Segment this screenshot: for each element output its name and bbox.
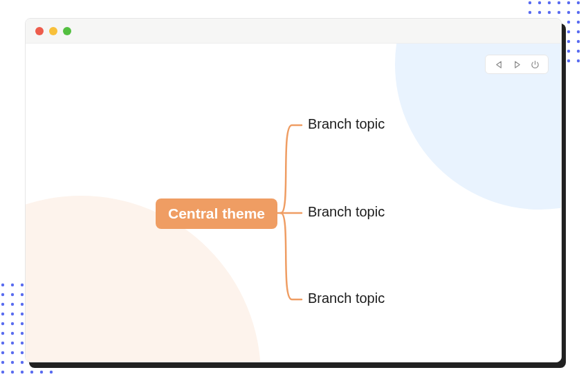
- prev-button[interactable]: [494, 59, 504, 69]
- svg-point-41: [577, 59, 580, 62]
- svg-point-17: [577, 21, 580, 24]
- svg-point-80: [21, 342, 24, 344]
- svg-point-101: [50, 371, 53, 373]
- svg-point-68: [21, 322, 24, 325]
- svg-point-79: [11, 342, 14, 344]
- svg-point-28: [567, 40, 570, 43]
- svg-point-10: [567, 11, 570, 14]
- svg-point-34: [567, 50, 570, 53]
- triangle-left-icon: [495, 61, 503, 68]
- playback-toolbar: [485, 55, 549, 74]
- svg-point-98: [21, 371, 24, 373]
- branch-topic-node[interactable]: Branch topic: [308, 290, 385, 306]
- svg-point-40: [567, 59, 570, 62]
- svg-point-78: [1, 342, 4, 344]
- svg-point-22: [567, 30, 570, 33]
- svg-point-90: [1, 361, 4, 364]
- svg-point-43: [11, 284, 14, 286]
- window-maximize-button[interactable]: [63, 27, 71, 35]
- svg-point-61: [11, 313, 14, 315]
- svg-point-5: [577, 1, 580, 4]
- power-button[interactable]: [530, 59, 540, 69]
- svg-point-42: [1, 284, 4, 286]
- svg-point-11: [577, 11, 580, 14]
- svg-point-2: [548, 1, 551, 4]
- svg-point-100: [40, 371, 43, 373]
- window-minimize-button[interactable]: [49, 27, 57, 35]
- svg-point-99: [30, 371, 33, 373]
- svg-point-97: [11, 371, 14, 373]
- svg-point-50: [21, 293, 24, 296]
- mindmap-diagram: Central theme Branch topic Branch topic …: [26, 44, 561, 362]
- svg-point-4: [567, 1, 570, 4]
- svg-point-85: [11, 351, 14, 354]
- svg-point-66: [1, 322, 4, 325]
- svg-point-62: [21, 313, 24, 315]
- svg-point-55: [11, 303, 14, 306]
- svg-point-96: [1, 371, 4, 373]
- svg-point-86: [21, 351, 24, 354]
- branch-connector: [271, 113, 306, 306]
- svg-point-72: [1, 332, 4, 335]
- branch-topic-node[interactable]: Branch topic: [308, 116, 385, 132]
- svg-point-56: [21, 303, 24, 306]
- window-close-button[interactable]: [35, 27, 44, 35]
- svg-point-73: [11, 332, 14, 335]
- power-icon: [531, 60, 540, 69]
- svg-point-92: [21, 361, 24, 364]
- svg-point-54: [1, 303, 4, 306]
- svg-point-3: [558, 1, 560, 4]
- svg-point-48: [1, 293, 4, 296]
- svg-point-49: [11, 293, 14, 296]
- central-theme-node[interactable]: Central theme: [156, 198, 277, 229]
- svg-point-0: [529, 1, 531, 4]
- svg-point-6: [529, 11, 531, 14]
- svg-point-29: [577, 40, 580, 43]
- svg-point-9: [558, 11, 560, 14]
- svg-point-16: [567, 21, 570, 24]
- window-titlebar: [26, 19, 561, 44]
- svg-point-60: [1, 313, 4, 315]
- svg-point-8: [548, 11, 551, 14]
- next-button[interactable]: [512, 59, 522, 69]
- svg-point-84: [1, 351, 4, 354]
- canvas-area: Central theme Branch topic Branch topic …: [26, 44, 561, 362]
- triangle-right-icon: [513, 61, 521, 68]
- svg-point-35: [577, 50, 580, 53]
- svg-point-1: [538, 1, 541, 4]
- svg-point-44: [21, 284, 24, 286]
- svg-point-23: [577, 30, 580, 33]
- branch-topic-node[interactable]: Branch topic: [308, 204, 385, 220]
- svg-point-91: [11, 361, 14, 364]
- svg-point-67: [11, 322, 14, 325]
- svg-point-74: [21, 332, 24, 335]
- app-window: Central theme Branch topic Branch topic …: [25, 18, 562, 362]
- svg-point-7: [538, 11, 541, 14]
